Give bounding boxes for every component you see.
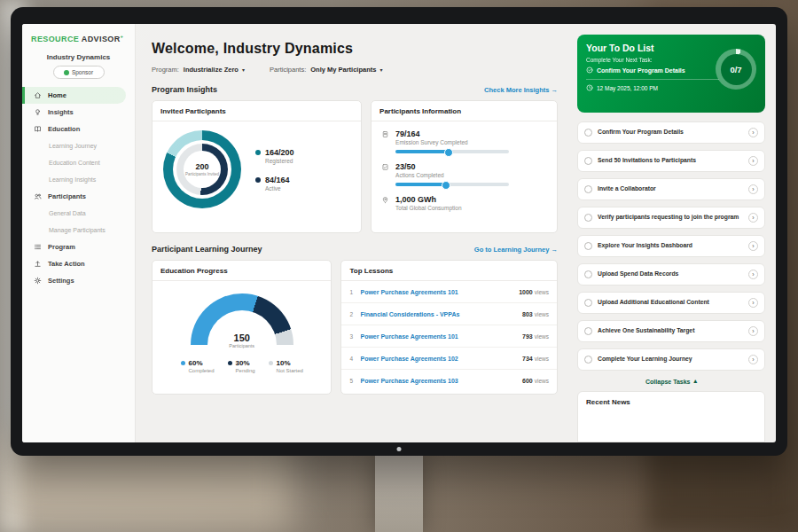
sidebar-item-label: General Data — [49, 210, 86, 216]
task-row[interactable]: Invite a Collaborator › — [577, 178, 765, 200]
stat-label: Emission Survey Completed — [395, 139, 509, 145]
sidebar-item-home[interactable]: Home — [22, 87, 126, 104]
sidebar-item-participants[interactable]: Participants — [22, 188, 135, 205]
lesson-row[interactable]: 4 Power Purchase Agreements 102 734 view… — [341, 348, 557, 370]
stat-label: Actions Completed — [395, 172, 509, 178]
chevron-right-icon[interactable]: › — [748, 156, 758, 166]
arrow-right-icon: → — [552, 246, 559, 254]
home-icon — [33, 91, 43, 99]
lesson-link[interactable]: Power Purchase Agreements 101 — [360, 289, 519, 295]
legend-dot — [228, 361, 232, 365]
sidebar-item-program[interactable]: Program — [22, 239, 135, 255]
sponsor-badge[interactable]: Sponsor — [53, 66, 105, 79]
task-row[interactable]: Achieve One Sustainability Target › — [577, 320, 765, 342]
program-filter-value: Industrialize Zero — [184, 66, 239, 74]
section-title: Participant Learning Journey — [152, 245, 262, 254]
recent-news-card[interactable]: Recent News — [577, 391, 765, 442]
legend-label: Active — [265, 185, 290, 192]
lesson-row[interactable]: 5 Power Purchase Agreements 103 600 view… — [341, 370, 557, 392]
program-filter-dropdown[interactable]: Program: Industrialize Zero ▾ — [152, 66, 245, 74]
sidebar-item-education-content[interactable]: Education Content — [22, 154, 135, 171]
todo-next-task[interactable]: Confirm Your Program Details — [586, 66, 719, 74]
app-logo[interactable]: RESOURCE ADVISOR+ — [22, 34, 135, 43]
task-checkbox[interactable] — [584, 214, 592, 222]
stat-label: Total Global Consumption — [395, 205, 461, 211]
sidebar-item-manage-participants[interactable]: Manage Participants — [22, 222, 135, 239]
chevron-right-icon[interactable]: › — [748, 270, 758, 279]
task-checkbox[interactable] — [584, 327, 592, 335]
participants-information-card: Participants Information 79/164 Emission… — [371, 100, 558, 233]
lesson-link[interactable]: Power Purchase Agreements 102 — [360, 356, 522, 362]
check-more-insights-link[interactable]: Check More Insights → — [484, 86, 558, 94]
arrow-right-icon: → — [552, 86, 559, 94]
participants-icon — [33, 192, 43, 200]
chevron-right-icon[interactable]: › — [748, 241, 758, 251]
donut-legend: 164/200 Registered 84/164 Active — [255, 148, 294, 192]
education-icon — [33, 125, 43, 133]
sidebar-item-label: Program — [48, 243, 75, 251]
gauge-center-label: Participants — [191, 343, 293, 348]
lesson-row[interactable]: 1 Power Purchase Agreements 101 1000 vie… — [341, 281, 557, 303]
go-to-learning-journey-link[interactable]: Go to Learning Journey → — [474, 246, 558, 254]
sidebar-item-learning-insights[interactable]: Learning Insights — [22, 171, 135, 188]
chevron-right-icon[interactable]: › — [748, 326, 758, 336]
logo-plus: + — [121, 34, 124, 39]
lesson-link[interactable]: Power Purchase Agreements 101 — [360, 333, 522, 340]
sidebar-item-general-data[interactable]: General Data — [22, 205, 135, 222]
chevron-right-icon[interactable]: › — [748, 355, 758, 364]
org-name: Industry Dynamics — [22, 53, 135, 61]
chevron-right-icon[interactable]: › — [748, 298, 758, 308]
legend-dot — [269, 361, 273, 365]
participants-filter-label: Participants: — [270, 66, 306, 74]
sidebar-item-insights[interactable]: Insights — [22, 104, 135, 121]
task-checkbox[interactable] — [584, 270, 592, 278]
stat-value: 1,000 GWh — [395, 195, 461, 204]
sidebar-item-take-action[interactable]: Take Action — [22, 255, 135, 272]
task-checkbox[interactable] — [584, 356, 592, 364]
task-checkbox[interactable] — [584, 299, 592, 307]
education-progress-card: Education Progress 150 Participants — [152, 260, 332, 395]
task-row[interactable]: Upload Spend Data Records › — [577, 263, 765, 286]
legend-item-registered: 164/200 Registered — [255, 148, 294, 164]
task-row[interactable]: Complete Your Learning Journey › — [577, 348, 765, 371]
chevron-down-icon: ▾ — [242, 66, 245, 73]
lesson-row[interactable]: 3 Power Purchase Agreements 101 793 view… — [341, 325, 557, 348]
lesson-row[interactable]: 2 Financial Considerations - VPPAs 803 v… — [341, 303, 557, 325]
participants-filter-dropdown[interactable]: Participants: Only My Participants ▾ — [270, 66, 382, 74]
task-checkbox[interactable] — [584, 242, 592, 250]
location-pin-icon — [380, 196, 389, 211]
legend-label: Registered — [265, 158, 294, 164]
task-row[interactable]: Upload Additional Educational Content › — [577, 292, 765, 314]
task-row[interactable]: Confirm Your Program Details › — [577, 121, 765, 144]
program-filter-label: Program: — [152, 66, 179, 74]
card-title: Top Lessons — [341, 261, 557, 281]
task-checkbox[interactable] — [584, 185, 592, 193]
sidebar-item-education[interactable]: Education — [22, 121, 135, 137]
task-checkbox[interactable] — [584, 157, 592, 165]
program-icon — [33, 243, 43, 251]
learning-cards-row: Education Progress 150 Participants — [152, 260, 558, 395]
lesson-link[interactable]: Power Purchase Agreements 103 — [360, 378, 522, 384]
sidebar-item-label: Settings — [48, 277, 74, 285]
gear-icon — [33, 277, 43, 285]
chevron-right-icon[interactable]: › — [748, 213, 758, 223]
filter-bar: Program: Industrialize Zero ▾ Participan… — [152, 66, 558, 74]
task-row[interactable]: Explore Your Insights Dashboard › — [577, 235, 765, 257]
gauge-center-value: 150 — [191, 332, 293, 343]
lesson-link[interactable]: Financial Considerations - VPPAs — [360, 311, 522, 317]
task-checkbox[interactable] — [584, 129, 592, 137]
progress-bar-track — [395, 150, 509, 153]
card-title: Participants Information — [372, 101, 557, 121]
monitor-bezel: RESOURCE ADVISOR+ Industry Dynamics Spon… — [11, 7, 787, 456]
sidebar-item-settings[interactable]: Settings — [22, 272, 135, 289]
donut-center: 200 Participants Invited — [184, 151, 221, 188]
stat-actions-completed: 23/50 Actions Completed — [380, 162, 548, 186]
collapse-tasks-button[interactable]: Collapse Tasks ▴ — [577, 378, 765, 385]
insights-cards-row: Invited Participants 200 Participants In… — [152, 100, 558, 233]
task-row[interactable]: Send 50 Invitations to Participants › — [577, 150, 765, 172]
page-title: Welcome, Industry Dynamics — [152, 41, 558, 57]
chevron-right-icon[interactable]: › — [748, 128, 758, 137]
sidebar-item-learning-journey[interactable]: Learning Journey — [22, 137, 135, 154]
task-row[interactable]: Verify participants requesting to join t… — [577, 207, 765, 229]
chevron-right-icon[interactable]: › — [748, 184, 758, 194]
